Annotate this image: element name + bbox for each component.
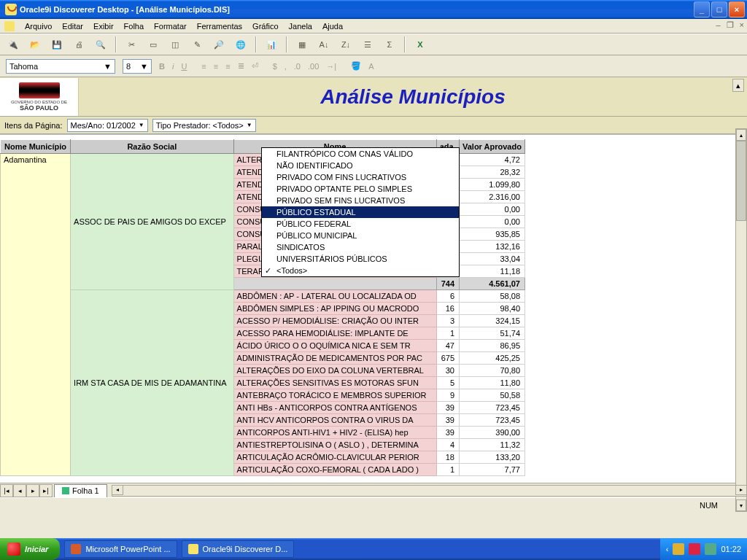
tray-icon[interactable] — [705, 543, 716, 555]
fillcolor-icon[interactable]: 🪣 — [351, 61, 361, 71]
scroll-up-button[interactable]: ▴ — [732, 79, 744, 92]
cell-qtd[interactable]: 6 — [436, 290, 459, 303]
dropdown-option[interactable]: SINDICATOS — [262, 241, 459, 253]
decdec-icon[interactable]: .00 — [308, 62, 319, 71]
group-icon[interactable]: ☰ — [360, 37, 375, 52]
cell-nome[interactable]: ALTERAÇÕES SENSITIVAS ES MOTORAS SFUN — [233, 377, 436, 389]
scroll-up-icon[interactable]: ▴ — [736, 129, 746, 141]
cell-valor[interactable]: 4,72 — [460, 154, 525, 166]
header-municipio[interactable]: Nome Município — [1, 140, 71, 154]
minimize-button[interactable]: _ — [694, 1, 710, 18]
tray-icon[interactable] — [689, 543, 700, 555]
close-button[interactable]: × — [729, 1, 745, 18]
sum-icon[interactable]: Σ — [382, 37, 397, 52]
dropdown-option[interactable]: PÚBLICO ESTADUAL — [262, 206, 459, 218]
cell-qtd[interactable]: 16 — [436, 303, 459, 315]
maximize-button[interactable]: □ — [711, 1, 727, 18]
menu-ferramentas[interactable]: Ferramentas — [193, 20, 247, 32]
sheet-next[interactable]: ▸ — [26, 484, 39, 497]
dropdown-option[interactable]: PRIVADO COM FINS LUCRATIVOS — [262, 171, 459, 183]
cell-valor[interactable]: 51,74 — [460, 327, 525, 340]
cell-valor[interactable]: 50,58 — [460, 389, 525, 402]
cell-nome[interactable]: ANTI HBs - ANTICORPOS CONTRA ANTÍGENOS — [233, 402, 436, 414]
cut-icon[interactable]: ✂ — [124, 37, 139, 52]
dropdown-option[interactable]: PÚBLICO MUNICIPAL — [262, 230, 459, 241]
cell-nome[interactable]: ARTICULAÇÃO COXO-FEMORAL ( CADA LADO ) — [233, 464, 436, 476]
font-select[interactable]: Tahoma▼ — [6, 59, 115, 74]
tipo-prestador-dropdown[interactable]: Tipo Prestador: <Todos>▼ — [152, 119, 256, 132]
menu-grafico[interactable]: Gráfico — [248, 20, 282, 32]
connect-icon[interactable]: 🔌 — [6, 37, 20, 52]
cell-qtd[interactable]: 675 — [436, 352, 459, 365]
globe-icon[interactable]: 🌐 — [233, 37, 248, 52]
chart-icon[interactable]: 📊 — [264, 37, 279, 52]
cell-nome[interactable]: ACESSO PARA HEMODIÁLISE: IMPLANTE DE — [233, 327, 436, 340]
menu-arquivo[interactable]: Arquivo — [20, 20, 56, 32]
header-razao[interactable]: Razão Social — [71, 140, 233, 154]
cell-valor[interactable]: 0,00 — [460, 216, 525, 228]
cell-nome[interactable]: ARTICULAÇÃO ACRÔMIO-CLAVICULAR PERIOR — [233, 451, 436, 464]
cell-valor[interactable]: 133,20 — [460, 451, 525, 464]
dropdown-option[interactable]: FILANTRÓPICO COM CNAS VÁLIDO — [262, 148, 459, 160]
cell-valor[interactable]: 324,15 — [460, 315, 525, 327]
cell-qtd[interactable]: 4 — [436, 439, 459, 451]
cell-valor[interactable]: 132,16 — [460, 241, 525, 253]
cell-valor[interactable]: 28,32 — [460, 166, 525, 179]
cell-qtd[interactable]: 3 — [436, 315, 459, 327]
print-icon[interactable]: 🖨 — [71, 37, 86, 52]
system-tray[interactable]: ‹ 01:22 — [660, 538, 747, 560]
zoom-icon[interactable]: 🔎 — [212, 37, 226, 52]
cell-nome[interactable]: ABDÔMEN : AP - LATERAL OU LOCALIZADA OD — [233, 290, 436, 303]
dropdown-option[interactable]: UNIVERSITÁRIOS PÚBLICOS — [262, 253, 459, 265]
cell-valor[interactable]: 1.099,80 — [460, 179, 525, 191]
dropdown-option[interactable]: PRIVADO OPTANTE PELO SIMPLES — [262, 183, 459, 195]
cell-qtd[interactable]: 47 — [436, 340, 459, 352]
cell-nome[interactable]: ANTI HCV ANTICORPOS CONTRA O VIRUS DA — [233, 414, 436, 427]
dropdown-option[interactable]: <Todos> — [262, 265, 459, 276]
cell-total-qtd[interactable]: 744 — [436, 278, 459, 290]
task-discoverer[interactable]: Oracle9i Discoverer D... — [182, 540, 295, 558]
alignleft-icon[interactable]: ≡ — [201, 62, 206, 71]
cell-qtd[interactable]: 39 — [436, 402, 459, 414]
mdi-minimize[interactable]: – — [716, 20, 720, 30]
cell-valor[interactable]: 723,45 — [460, 402, 525, 414]
cell-valor[interactable]: 935,85 — [460, 228, 525, 241]
hscroll-right-icon[interactable]: ▸ — [735, 485, 747, 495]
cell-valor[interactable]: 425,25 — [460, 352, 525, 365]
open-icon[interactable]: 📂 — [28, 37, 42, 52]
cell-valor[interactable]: 0,00 — [460, 203, 525, 216]
fontcolor-icon[interactable]: A — [368, 62, 374, 71]
cell-valor[interactable]: 98,40 — [460, 303, 525, 315]
mesano-dropdown[interactable]: Mes/Ano: 01/2002▼ — [67, 119, 148, 132]
cell-nome[interactable]: ANTEBRAÇO TORÁCICO E MEMBROS SUPERIOR — [233, 389, 436, 402]
fontsize-select[interactable]: 8▼ — [123, 59, 152, 74]
aligncenter-icon[interactable]: ≡ — [214, 62, 218, 71]
cell-total-valor[interactable]: 4.561,07 — [460, 278, 525, 290]
header-valor[interactable]: Valor Aprovado — [460, 140, 525, 154]
vertical-scrollbar[interactable]: ▴ ▾ — [735, 128, 747, 512]
cell-valor[interactable]: 86,95 — [460, 340, 525, 352]
cell-valor[interactable]: 11,80 — [460, 377, 525, 389]
cell-razao[interactable]: ASSOC DE PAIS DE AMIGOS DO EXCEP — [71, 154, 233, 290]
start-button[interactable]: Iniciar — [0, 538, 60, 560]
tipo-prestador-list[interactable]: FILANTRÓPICO COM CNAS VÁLIDONÃO IDENTIFI… — [261, 147, 460, 277]
italic-icon[interactable]: i — [172, 62, 174, 71]
cell-nome[interactable]: ANTICORPOS ANTI-HIV1 + HIV2 - (ELISA) he… — [233, 427, 436, 439]
menu-ajuda[interactable]: Ajuda — [318, 20, 347, 32]
sortasc-icon[interactable]: A↓ — [317, 37, 331, 52]
cell-valor[interactable]: 7,77 — [460, 464, 525, 476]
dropdown-option[interactable]: PRIVADO SEM FINS LUCRATIVOS — [262, 195, 459, 206]
cell-razao[interactable]: IRM STA CASA DE MIS DE ADAMANTINA — [71, 290, 233, 476]
bold-icon[interactable]: B — [159, 62, 165, 71]
hscroll-left-icon[interactable]: ◂ — [112, 485, 123, 495]
alignright-icon[interactable]: ≡ — [225, 62, 230, 71]
cell-valor[interactable]: 723,45 — [460, 414, 525, 427]
sheet-prev[interactable]: ◂ — [13, 484, 26, 497]
cell-valor[interactable]: 58,08 — [460, 290, 525, 303]
cell-qtd[interactable]: 1 — [436, 464, 459, 476]
dropdown-option[interactable]: PÚBLICO FEDERAL — [262, 218, 459, 230]
currency-icon[interactable]: $ — [273, 62, 277, 71]
indent-icon[interactable]: →| — [326, 62, 336, 71]
mdi-restore[interactable]: ❐ — [727, 20, 734, 30]
cell-total-label[interactable] — [233, 278, 436, 290]
